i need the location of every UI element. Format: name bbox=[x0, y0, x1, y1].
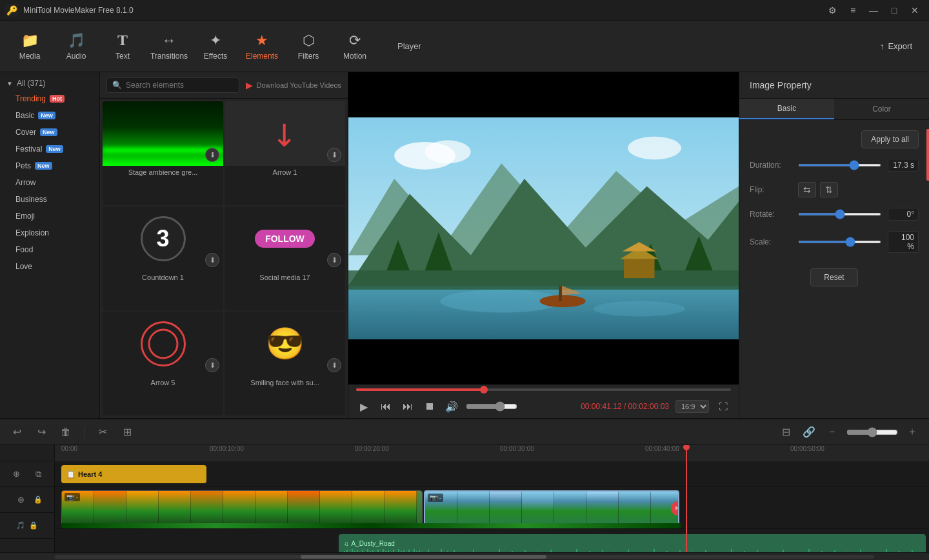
link-button[interactable]: 🔗 bbox=[800, 423, 818, 441]
copy-track-button[interactable]: ⧉ bbox=[29, 465, 47, 483]
sidebar-arrow-icon: ▼ bbox=[6, 80, 13, 87]
sidebar-item-festival[interactable]: Festival New bbox=[0, 141, 99, 157]
crop-button[interactable]: ⊞ bbox=[118, 423, 136, 441]
play-button[interactable]: ▶ bbox=[356, 399, 372, 414]
toolbar-transitions[interactable]: ↔ Transitions bbox=[146, 24, 192, 69]
tab-basic[interactable]: Basic bbox=[739, 99, 834, 119]
toolbar-elements[interactable]: ★ Elements bbox=[239, 24, 285, 69]
close-button[interactable]: ✕ bbox=[906, 4, 924, 17]
svg-rect-54 bbox=[441, 549, 442, 552]
scroll-thumb[interactable] bbox=[301, 555, 546, 559]
arrow5-download-btn[interactable]: ⬇ bbox=[205, 358, 219, 372]
minus-zoom-button[interactable]: － bbox=[823, 423, 841, 441]
total-time: 00:02:00:03 bbox=[628, 402, 669, 411]
element-card-arrow1[interactable]: ↘ ⬇ Arrow 1 bbox=[225, 101, 345, 205]
audio-clip-label: A_Dusty_Road bbox=[352, 540, 395, 547]
toolbar-effects[interactable]: ✦ Effects bbox=[192, 24, 239, 69]
scroll-track[interactable] bbox=[55, 555, 874, 559]
undo-button[interactable]: ↩ bbox=[8, 423, 26, 441]
plus-zoom-button[interactable]: ＋ bbox=[903, 423, 921, 441]
apply-to-all-button[interactable]: Apply to all bbox=[861, 130, 919, 148]
redo-button[interactable]: ↪ bbox=[32, 423, 50, 441]
toolbar-filters[interactable]: ⬡ Filters bbox=[285, 24, 332, 69]
audio-clip-dusty-road[interactable]: ♫ A_Dusty_Road bbox=[339, 534, 926, 552]
element-card-arrow5[interactable]: ⬇ Arrow 5 bbox=[103, 312, 223, 415]
add-video-track-button[interactable]: ⊕ bbox=[12, 491, 30, 509]
minimize-button[interactable]: — bbox=[864, 4, 883, 17]
svg-rect-86 bbox=[834, 550, 835, 552]
delete-button[interactable]: 🗑 bbox=[57, 423, 75, 441]
svg-point-20 bbox=[628, 137, 681, 160]
sidebar-item-business[interactable]: Business bbox=[0, 191, 99, 208]
svg-rect-30 bbox=[367, 549, 368, 552]
cover-badge: New bbox=[40, 128, 57, 136]
yt-download-button[interactable]: ▶ Download YouTube Videos bbox=[246, 80, 342, 90]
volume-slider[interactable] bbox=[466, 401, 517, 412]
frame-a-4 bbox=[159, 491, 191, 525]
tab-color[interactable]: Color bbox=[834, 99, 929, 119]
effects-icon: ✦ bbox=[210, 32, 221, 49]
timeline-ruler: 00:00 00:00:10:00 00:00:20:00 00:00:30:0… bbox=[55, 445, 929, 461]
svg-rect-79 bbox=[744, 551, 745, 552]
zoom-slider[interactable] bbox=[846, 427, 898, 437]
split-view-button[interactable]: ⊟ bbox=[777, 423, 795, 441]
toolbar-motion[interactable]: ⟳ Motion bbox=[332, 24, 378, 69]
search-box[interactable]: 🔍 bbox=[106, 77, 239, 93]
cut-button[interactable]: ✂ bbox=[94, 423, 112, 441]
svg-rect-31 bbox=[370, 551, 371, 552]
flip-horizontal-button[interactable]: ⇆ bbox=[798, 182, 816, 197]
countdown-label: Countdown 1 bbox=[103, 271, 223, 284]
next-frame-button[interactable]: ⏭ bbox=[400, 399, 415, 414]
countdown-download-btn[interactable]: ⬇ bbox=[205, 253, 219, 267]
progress-bar[interactable] bbox=[356, 388, 731, 391]
sidebar-item-trending[interactable]: Trending Hot bbox=[0, 90, 99, 107]
sidebar-item-pets[interactable]: Pets New bbox=[0, 157, 99, 174]
aspect-ratio-select[interactable]: 16:9 9:16 1:1 4:3 bbox=[675, 400, 709, 413]
social-label: Social media 17 bbox=[225, 271, 345, 284]
social-download-btn[interactable]: ⬇ bbox=[327, 253, 341, 267]
stage-download-btn[interactable]: ⬇ bbox=[205, 148, 219, 162]
prev-frame-button[interactable]: ⏮ bbox=[378, 399, 394, 414]
video-clip-b[interactable]: 📷 - ✂ bbox=[424, 490, 679, 526]
rotate-slider[interactable] bbox=[798, 213, 881, 215]
menu-button[interactable]: ≡ bbox=[844, 4, 862, 17]
element-card-stage-ambience[interactable]: ⬇ Stage ambience gre... bbox=[103, 101, 223, 205]
sidebar-item-emoji[interactable]: Emoji bbox=[0, 208, 99, 225]
volume-button[interactable]: 🔊 bbox=[444, 399, 459, 414]
toolbar-audio[interactable]: 🎵 Audio bbox=[53, 24, 99, 69]
flip-vertical-button[interactable]: ⇅ bbox=[820, 182, 838, 197]
sidebar-item-love[interactable]: Love bbox=[0, 258, 99, 275]
export-button[interactable]: ↑ Export bbox=[870, 37, 923, 55]
toolbar-media[interactable]: 📁 Media bbox=[6, 24, 53, 69]
sidebar-cover-label: Cover bbox=[15, 128, 36, 137]
video-clip-a[interactable]: 📷 - bbox=[61, 490, 423, 526]
element-card-social[interactable]: FOLLOW ⬇ Social media 17 bbox=[225, 206, 345, 310]
sidebar-item-food[interactable]: Food bbox=[0, 241, 99, 258]
sidebar-item-arrow[interactable]: Arrow bbox=[0, 174, 99, 191]
sidebar-item-basic[interactable]: Basic New bbox=[0, 107, 99, 124]
duration-value: 17.3 s bbox=[888, 159, 919, 172]
marker-0: 00:00 bbox=[61, 445, 77, 452]
add-track-button[interactable]: ⊕ bbox=[7, 465, 25, 483]
maximize-button[interactable]: □ bbox=[885, 4, 903, 17]
scale-slider[interactable] bbox=[798, 241, 881, 243]
element-card-countdown[interactable]: 3 ⬇ Countdown 1 bbox=[103, 206, 223, 310]
audio-label: Audio bbox=[66, 52, 86, 61]
element-clip-heart4[interactable]: 📋 Heart 4 bbox=[61, 465, 206, 483]
reset-button[interactable]: Reset bbox=[810, 268, 857, 286]
arrow1-download-btn[interactable]: ⬇ bbox=[327, 148, 341, 162]
sidebar-item-explosion[interactable]: Explosion bbox=[0, 225, 99, 241]
settings-button[interactable]: ⚙ bbox=[823, 4, 841, 17]
track-label-elements: ⊕ ⧉ bbox=[0, 461, 54, 487]
search-input[interactable] bbox=[126, 81, 234, 90]
fullscreen-button[interactable]: ⛶ bbox=[715, 399, 731, 414]
stop-button[interactable]: ⏹ bbox=[422, 399, 437, 414]
progress-handle[interactable] bbox=[480, 386, 488, 394]
duration-slider[interactable] bbox=[798, 164, 881, 166]
emoji-download-btn[interactable]: ⬇ bbox=[327, 358, 341, 372]
sidebar-item-cover[interactable]: Cover New bbox=[0, 124, 99, 141]
sidebar-all-section[interactable]: ▼ All (371) bbox=[0, 76, 99, 90]
svg-rect-13 bbox=[559, 286, 562, 301]
element-card-emoji[interactable]: 😎 ⬇ Smiling face with su... bbox=[225, 312, 345, 415]
toolbar-text[interactable]: T Text bbox=[99, 24, 146, 69]
